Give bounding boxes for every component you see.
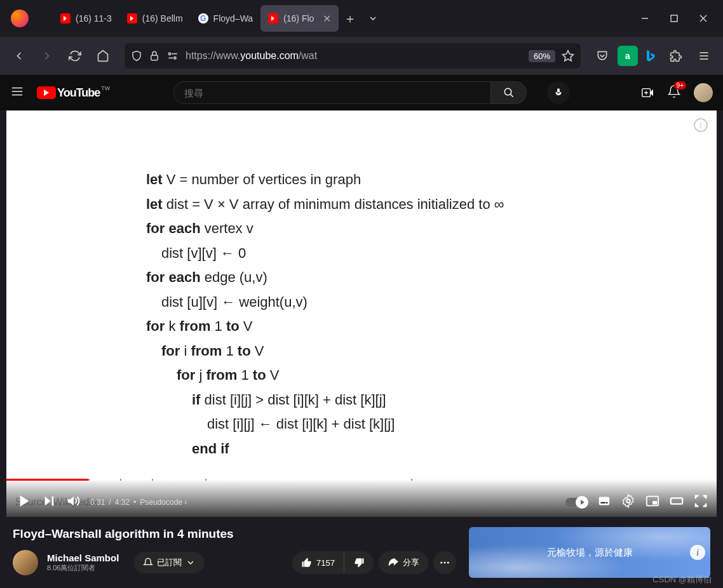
video-content: let V = number of vertices in graph let …: [6, 110, 717, 461]
address-bar[interactable]: https://www.youtube.com/wat 60%: [125, 43, 581, 69]
svg-point-29: [447, 562, 449, 564]
app-menu-button[interactable]: [691, 43, 717, 69]
settings-button[interactable]: [621, 494, 635, 511]
shield-icon: [131, 50, 142, 62]
subscribe-button[interactable]: 已訂閱: [134, 552, 205, 573]
svg-rect-1: [671, 15, 677, 22]
time-display: 0:31/4:32 • Pseudocode ›: [90, 498, 187, 507]
reload-button[interactable]: [62, 43, 88, 69]
next-button[interactable]: [42, 494, 56, 511]
theater-button[interactable]: [670, 494, 684, 511]
like-dislike-pill: 7157: [292, 551, 374, 574]
info-icon[interactable]: i: [694, 118, 708, 132]
channel-avatar[interactable]: [13, 550, 38, 575]
like-count: 7157: [316, 558, 335, 568]
extensions-button[interactable]: [663, 43, 689, 69]
svg-point-15: [504, 88, 511, 95]
google-favicon-icon: G: [198, 13, 208, 23]
ad-text: 元榆牧場，源於健康: [547, 547, 633, 559]
miniplayer-button[interactable]: [645, 494, 659, 511]
svg-rect-25: [652, 501, 657, 505]
fullscreen-button[interactable]: [694, 494, 708, 511]
youtube-logo-text: YouTube: [57, 86, 100, 100]
search-button[interactable]: [491, 81, 527, 104]
pocket-button[interactable]: [590, 43, 615, 69]
svg-line-16: [510, 94, 513, 97]
youtube-logo[interactable]: YouTube TW: [37, 86, 110, 100]
youtube-favicon-icon: [60, 13, 71, 23]
window-close-button[interactable]: [689, 5, 718, 32]
tab-label: Floyd–Wa: [213, 13, 253, 23]
window-maximize-button[interactable]: [659, 5, 689, 32]
window-controls: [630, 5, 718, 32]
bell-icon: [143, 558, 153, 568]
menu-button[interactable]: [10, 84, 24, 101]
captions-button[interactable]: [597, 494, 611, 511]
youtube-favicon-icon: [127, 13, 137, 23]
chevron-down-icon: [186, 558, 196, 568]
ad-info-icon[interactable]: i: [690, 545, 705, 560]
more-actions-button[interactable]: [433, 551, 456, 574]
youtube-play-icon: [37, 86, 56, 99]
tab-label: (16) 11-3: [76, 13, 112, 23]
tab-list-button[interactable]: [362, 7, 384, 30]
forward-button[interactable]: [34, 43, 60, 69]
browser-tabs: (16) 11-3 (16) Bellm GFloyd–Wa (16) Flo✕: [53, 0, 339, 37]
youtube-header: YouTube TW 9+: [0, 75, 723, 110]
progress-bar[interactable]: [6, 479, 717, 481]
create-button[interactable]: [640, 86, 654, 100]
svg-rect-21: [601, 502, 605, 504]
browser-tab-active[interactable]: (16) Flo✕: [260, 5, 339, 32]
svg-rect-20: [599, 497, 610, 505]
browser-tab[interactable]: (16) Bellm: [119, 5, 191, 32]
svg-point-7: [174, 57, 176, 59]
bookmark-star-icon[interactable]: [562, 50, 574, 62]
extension-a-icon[interactable]: a: [618, 46, 638, 66]
tab-label: (16) Flo: [283, 13, 314, 23]
video-info-section: Floyd–Warshall algorithm in 4 minutes Mi…: [0, 517, 723, 578]
share-label: 分享: [403, 557, 419, 568]
autoplay-toggle[interactable]: [565, 498, 587, 507]
bing-extension-icon[interactable]: [640, 46, 661, 66]
video-player[interactable]: i let V = number of vertices in graph le…: [6, 110, 717, 517]
home-button[interactable]: [90, 43, 116, 69]
player-controls: 0:31/4:32 • Pseudocode ›: [6, 479, 717, 517]
svg-rect-26: [671, 498, 682, 504]
url-text: https://www.youtube.com/wat: [186, 50, 522, 62]
play-button[interactable]: [15, 493, 32, 512]
new-tab-button[interactable]: ＋: [339, 7, 362, 30]
browser-toolbar: https://www.youtube.com/wat 60% a: [0, 37, 723, 75]
svg-rect-4: [151, 55, 158, 60]
chapter-link[interactable]: Pseudocode ›: [140, 498, 187, 507]
tab-label: (16) Bellm: [142, 13, 183, 23]
svg-point-5: [168, 53, 170, 55]
watermark: CSDN @賴博伯: [652, 574, 712, 585]
browser-tab[interactable]: GFloyd–Wa: [191, 5, 261, 32]
zoom-badge[interactable]: 60%: [529, 50, 555, 62]
dislike-button[interactable]: [344, 552, 374, 573]
share-button[interactable]: 分享: [379, 551, 428, 574]
svg-rect-22: [606, 502, 608, 504]
window-minimize-button[interactable]: [630, 5, 659, 32]
voice-search-button[interactable]: [547, 81, 570, 104]
video-title: Floyd–Warshall algorithm in 4 minutes: [13, 527, 456, 541]
ad-banner[interactable]: 元榆牧場，源於健康 i: [469, 527, 710, 578]
youtube-favicon-icon: [268, 13, 278, 23]
browser-titlebar: (16) 11-3 (16) Bellm GFloyd–Wa (16) Flo✕…: [0, 0, 723, 37]
svg-point-23: [626, 499, 630, 503]
channel-name[interactable]: Michael Sambol: [47, 552, 119, 563]
like-button[interactable]: 7157: [292, 552, 344, 573]
lock-icon: [149, 50, 160, 62]
volume-button[interactable]: [66, 494, 80, 511]
browser-tab[interactable]: (16) 11-3: [53, 5, 119, 32]
firefox-logo-icon: [5, 10, 34, 27]
back-button[interactable]: [6, 43, 32, 69]
subscriber-count: 8.06萬位訂閱者: [47, 563, 119, 573]
search-input[interactable]: [173, 81, 491, 104]
notification-badge: 9+: [674, 81, 686, 90]
tab-close-icon[interactable]: ✕: [323, 13, 331, 25]
user-avatar[interactable]: [694, 83, 713, 102]
notifications-button[interactable]: 9+: [667, 84, 681, 101]
youtube-locale-label: TW: [101, 85, 110, 91]
svg-point-28: [444, 562, 446, 564]
